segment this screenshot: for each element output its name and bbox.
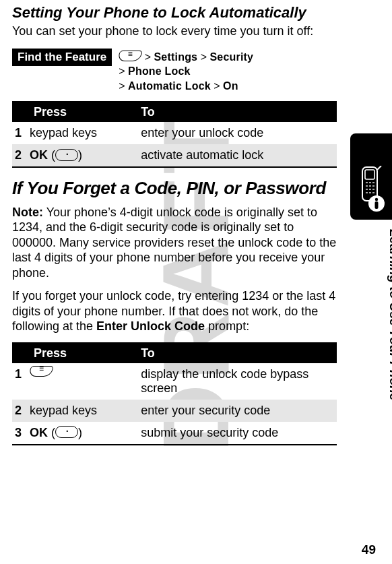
find-the-feature-block: Find the Feature > Settings > Security >…: [12, 49, 337, 94]
svg-line-2: [377, 166, 381, 170]
svg-rect-1: [365, 170, 374, 179]
col-to: To: [135, 102, 337, 122]
instruction-paragraph: If you forget your unlock code, try ente…: [12, 288, 337, 334]
col-press: Press: [12, 102, 135, 122]
side-tab: [350, 133, 392, 220]
menu-key-icon: [28, 366, 54, 377]
table-row: 1 keypad keys enter your unlock code: [12, 122, 337, 144]
steps-table-bypass: Press To 1 display the unlock code bypas…: [12, 344, 337, 445]
side-section-label: Learning to Use Your Phone: [369, 229, 385, 512]
section-title-forgot-code: If You Forget a Code, PIN, or Password: [12, 179, 337, 198]
section-title-autolock: Setting Your Phone to Lock Automatically: [12, 4, 337, 22]
page-number: 49: [362, 542, 376, 557]
phone-info-icon: [354, 166, 388, 214]
section-intro-autolock: You can set your phone to lock every tim…: [12, 24, 337, 39]
table-row: 2 keypad keys enter your security code: [12, 400, 337, 422]
soft-key-icon: [55, 149, 78, 161]
col-press: Press: [12, 344, 135, 363]
find-feature-path: > Settings > Security > Phone Lock > Aut…: [112, 49, 253, 94]
soft-key-icon: [55, 426, 78, 438]
col-to: To: [135, 344, 337, 363]
menu-key-icon: [117, 51, 143, 61]
find-feature-label: Find the Feature: [12, 49, 112, 66]
side-section-label-text: Learning to Use Your Phone: [387, 229, 392, 400]
table-row: 1 display the unlock code bypass screen: [12, 363, 337, 400]
svg-rect-17: [375, 201, 379, 209]
table-row: 2 OK () activate automatic lock: [12, 144, 337, 167]
steps-table-autolock: Press To 1 keypad keys enter your unlock…: [12, 102, 337, 168]
table-row: 3 OK () submit your security code: [12, 422, 337, 445]
svg-point-16: [375, 198, 378, 201]
note-paragraph: Note: Your phone’s 4-digit unlock code i…: [12, 205, 337, 281]
